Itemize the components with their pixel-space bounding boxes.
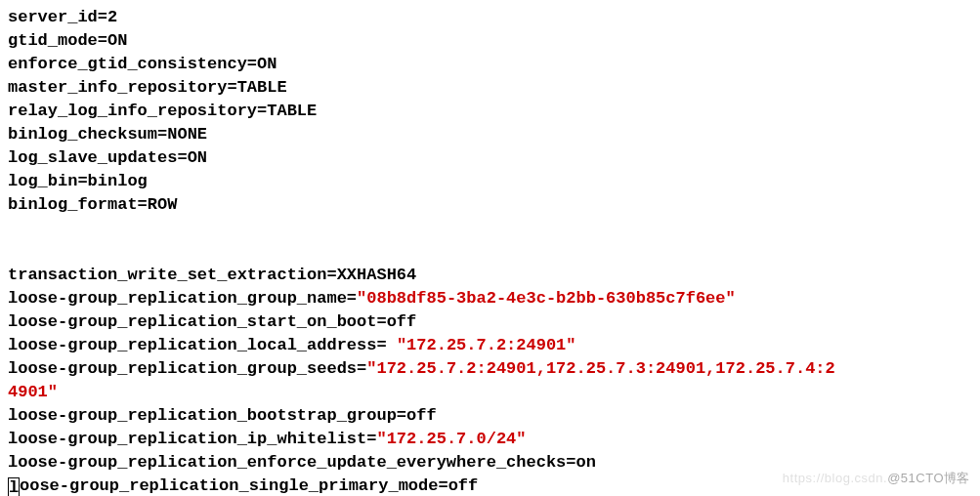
text-segment: loose-group_replication_enforce_update_e… xyxy=(8,453,596,472)
config-line: 4901" xyxy=(8,381,972,404)
text-segment: master_info_repository=TABLE xyxy=(8,78,287,97)
text-segment: log_slave_updates=ON xyxy=(8,148,207,167)
text-segment: "172.25.7.2:24901" xyxy=(397,336,576,354)
config-line: master_info_repository=TABLE xyxy=(8,76,972,100)
config-text-view: server_id=2gtid_mode=ONenforce_gtid_cons… xyxy=(0,0,980,496)
config-line: loose-group_replication_bootstrap_group=… xyxy=(8,404,972,428)
watermark-handle: @51CTO博客 xyxy=(887,471,970,485)
text-segment: server_id=2 xyxy=(8,8,117,26)
watermark: https://blog.csdn.@51CTO博客 xyxy=(783,467,970,490)
config-line: server_id=2 xyxy=(8,6,972,29)
config-line: relay_log_info_repository=TABLE xyxy=(8,100,972,123)
text-segment: gtid_mode=ON xyxy=(8,31,127,50)
text-segment: relay_log_info_repository=TABLE xyxy=(8,102,317,120)
config-line: loose-group_replication_group_seeds="172… xyxy=(8,357,972,381)
config-line xyxy=(8,240,972,264)
config-line: loose-group_replication_ip_whitelist="17… xyxy=(8,428,972,451)
text-segment: "172.25.7.2:24901,172.25.7.3:24901,172.2… xyxy=(366,359,834,378)
text-segment: binlog_checksum=NONE xyxy=(8,125,207,144)
text-segment: binlog_format=ROW xyxy=(8,195,177,214)
text-segment: "172.25.7.0/24" xyxy=(376,430,526,448)
text-segment: loose-group_replication_ip_whitelist= xyxy=(8,430,376,448)
text-segment: oose-group_replication_single_primary_mo… xyxy=(20,476,478,495)
config-line: binlog_format=ROW xyxy=(8,193,972,217)
text-segment: log_bin=binlog xyxy=(8,172,148,190)
text-segment: "08b8df85-3ba2-4e3c-b2bb-630b85c7f6ee" xyxy=(357,289,736,308)
watermark-url: https://blog.csdn. xyxy=(783,471,887,485)
config-line: enforce_gtid_consistency=ON xyxy=(8,53,972,76)
config-line: loose-group_replication_start_on_boot=of… xyxy=(8,310,972,334)
config-line: log_bin=binlog xyxy=(8,170,972,193)
text-segment: loose-group_replication_bootstrap_group=… xyxy=(8,406,437,425)
config-line: loose-group_replication_local_address= "… xyxy=(8,334,972,357)
config-line: transaction_write_set_extraction=XXHASH6… xyxy=(8,264,972,287)
text-cursor: l xyxy=(8,477,20,496)
config-line: loose-group_replication_group_name="08b8… xyxy=(8,287,972,310)
text-segment: transaction_write_set_extraction=XXHASH6… xyxy=(8,266,416,284)
config-line xyxy=(8,217,972,240)
text-segment: loose-group_replication_group_name= xyxy=(8,289,357,308)
config-line: log_slave_updates=ON xyxy=(8,146,972,170)
text-segment: loose-group_replication_start_on_boot=of… xyxy=(8,312,416,331)
text-segment: loose-group_replication_local_address= xyxy=(8,336,397,354)
text-segment: enforce_gtid_consistency=ON xyxy=(8,55,277,73)
config-line: binlog_checksum=NONE xyxy=(8,123,972,146)
config-line: gtid_mode=ON xyxy=(8,29,972,53)
text-segment: loose-group_replication_group_seeds= xyxy=(8,359,366,378)
text-segment: 4901" xyxy=(8,383,58,401)
